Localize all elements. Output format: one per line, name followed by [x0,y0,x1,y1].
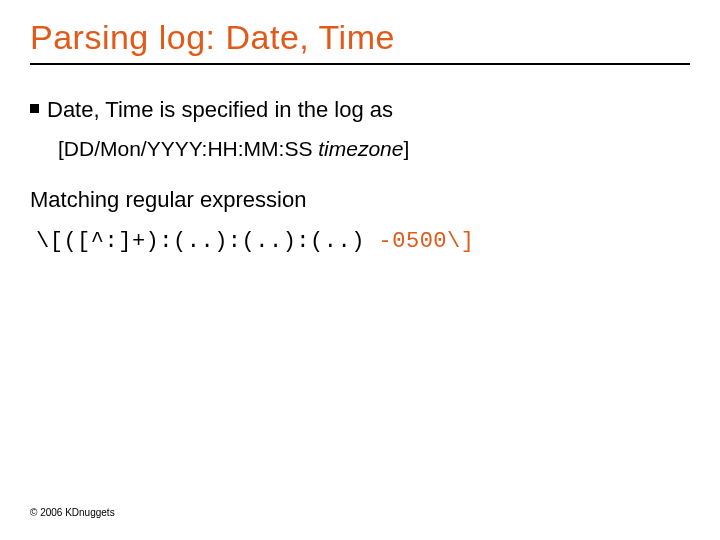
bullet-text: Date, Time is specified in the log as [47,95,393,125]
square-bullet-icon [30,104,39,113]
title-rule [30,63,690,65]
regex-line: \[([^:]+):(..):(..):(..) -0500\] [36,229,690,254]
format-timezone: timezone [318,137,403,160]
regex-black: \[([^:]+):(..):(..):(..) [36,229,379,254]
format-plain: [DD/Mon/YYYY:HH:MM:SS [58,137,318,160]
format-tail: ] [403,137,409,160]
slide-title: Parsing log: Date, Time [30,18,690,57]
matching-line: Matching regular expression [30,187,690,213]
regex-orange: -0500\] [379,229,475,254]
copyright: © 2006 KDnuggets [30,507,115,518]
date-format-line: [DD/Mon/YYYY:HH:MM:SS timezone] [58,137,690,161]
bullet-row: Date, Time is specified in the log as [30,95,690,125]
